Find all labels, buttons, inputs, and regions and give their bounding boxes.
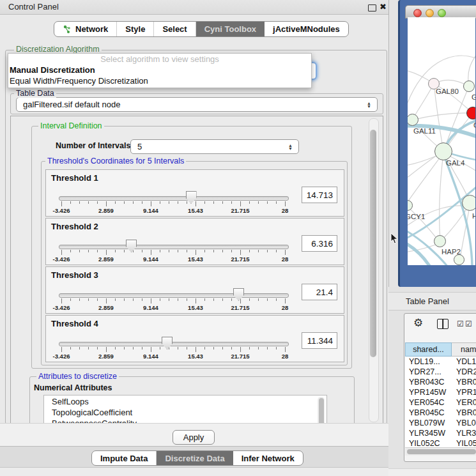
attributes-list-scrollbar[interactable] bbox=[318, 397, 325, 424]
threshold-4-value-field[interactable]: 11.344 bbox=[302, 332, 337, 349]
settings-scroll-pane: Interval Definition Number of Intervals … bbox=[10, 116, 383, 424]
tab-impute-data[interactable]: Impute Data bbox=[92, 451, 157, 465]
table-panel-title: Table Panel bbox=[406, 293, 449, 310]
network-canvas[interactable]: GAL80 GA C GAL11 GAL4 GCY1 H HAP2 bbox=[408, 17, 475, 265]
tab-jactivemnodules[interactable]: jActiveMNodules bbox=[265, 22, 348, 36]
tick-label: 2.859 bbox=[98, 207, 114, 214]
control-panel-titlebar: Control Panel ✖ bbox=[0, 0, 388, 15]
tab-infer-network-label: Infer Network bbox=[242, 454, 295, 463]
mode-tab-bar: Impute Data Discretize Data Infer Networ… bbox=[91, 450, 303, 466]
gear-icon[interactable]: ⚙ bbox=[413, 316, 423, 330]
tick-label: 21.715 bbox=[231, 207, 249, 214]
tick-label: 2.859 bbox=[98, 256, 114, 263]
table-row[interactable]: YIL052CYIL052C bbox=[405, 438, 476, 447]
threshold-4-label: Threshold 4 bbox=[51, 319, 98, 328]
checkbox-icon[interactable]: ☑ bbox=[457, 319, 464, 328]
table-header-row: shared... name bbox=[404, 342, 476, 357]
table-panel: ⚙ ☑ ☑ shared... name YDL19...YDL19 YDR27… bbox=[404, 313, 476, 462]
close-button[interactable] bbox=[413, 9, 422, 17]
dropdown-option-manual-discretization[interactable]: Manual Discretization bbox=[10, 65, 95, 75]
node-hap2[interactable] bbox=[434, 235, 446, 247]
interval-definition-title: Interval Definition bbox=[38, 121, 104, 130]
mode-tab-band: Impute Data Discretize Data Infer Networ… bbox=[0, 446, 388, 468]
threshold-3-slider-track[interactable] bbox=[59, 293, 289, 298]
threshold-1-value-field[interactable]: 14.713 bbox=[302, 187, 337, 203]
column-header-shared[interactable]: shared... bbox=[405, 342, 452, 357]
node-label-gal11: GAL11 bbox=[413, 127, 436, 135]
tab-select-label: Select bbox=[162, 24, 187, 34]
attributes-group-title: Attributes to discretize bbox=[36, 372, 119, 381]
attributes-list: SelfLoops TopologicalCoefficient Between… bbox=[43, 395, 327, 424]
table-panel-bottom-strip bbox=[388, 468, 476, 476]
tick-label: 28 bbox=[282, 207, 289, 214]
tab-style-label: Style bbox=[125, 24, 145, 34]
node-h[interactable] bbox=[462, 195, 475, 211]
threshold-3-value-field[interactable]: 21.4 bbox=[302, 284, 337, 300]
tab-network[interactable]: Network bbox=[54, 22, 117, 36]
thresholds-group-title: Threshold's Coordinates for 5 Intervals bbox=[45, 157, 186, 165]
tick-label: 9.144 bbox=[143, 353, 158, 360]
horizontal-scrollbar[interactable] bbox=[405, 447, 476, 456]
threshold-2-slider-track[interactable] bbox=[59, 245, 289, 249]
tab-discretize-data[interactable]: Discretize Data bbox=[157, 451, 233, 465]
table-row[interactable]: YDR27...YDR27 bbox=[405, 367, 476, 377]
screen: Control Panel ✖ Network Style Select Cyn… bbox=[0, 0, 476, 476]
network-window-titlebar bbox=[405, 5, 476, 19]
table-row[interactable]: YBL079WYBL079W bbox=[405, 418, 476, 428]
float-window-icon[interactable] bbox=[368, 4, 376, 12]
column-header-name[interactable]: name bbox=[452, 342, 476, 357]
threshold-1-slider-track[interactable] bbox=[59, 196, 289, 201]
tab-cyni-toolbox[interactable]: Cyni Toolbox bbox=[196, 22, 265, 36]
list-item-selfloops[interactable]: SelfLoops bbox=[52, 396, 89, 407]
table-row[interactable]: YPR145WYPR145W bbox=[405, 387, 476, 397]
tick-label: 28 bbox=[282, 256, 289, 263]
threshold-4-panel: Threshold 4 -3.426 2.859 9.144 15.43 21.… bbox=[45, 315, 344, 362]
tick-label: 2.859 bbox=[98, 353, 114, 360]
settings-scrollbar[interactable] bbox=[369, 118, 379, 422]
number-of-intervals-combobox[interactable]: 5 ▲▼ bbox=[130, 139, 299, 154]
tab-style[interactable]: Style bbox=[117, 22, 154, 36]
top-tab-bar: Network Style Select Cyni Toolbox jActiv… bbox=[54, 21, 349, 37]
tab-infer-network[interactable]: Infer Network bbox=[233, 451, 303, 465]
dropdown-option-equal-width[interactable]: Equal Width/Frequency Discretization bbox=[10, 76, 148, 86]
list-item-topologicalcoefficient[interactable]: TopologicalCoefficient bbox=[52, 407, 132, 418]
table-row[interactable]: YDL19...YDL19 bbox=[405, 357, 476, 367]
node-label-gal4: GAL4 bbox=[446, 159, 464, 167]
threshold-2-value-field[interactable]: 6.316 bbox=[302, 235, 337, 252]
threshold-4-slider-track[interactable] bbox=[59, 342, 289, 346]
tick-label: 21.715 bbox=[231, 353, 249, 360]
tick-label: 28 bbox=[282, 353, 289, 360]
table-data-combobox[interactable]: galFiltered.sif default node ▲▼ bbox=[16, 97, 378, 112]
table-row[interactable]: YBR043CYBR043C bbox=[405, 377, 476, 387]
tick-label: 15.43 bbox=[188, 256, 203, 263]
table-row[interactable]: YER054CYER054C bbox=[405, 397, 476, 408]
threshold-1-panel: Threshold 1 -3.426 2.859 9.144 15.43 21.… bbox=[45, 169, 344, 217]
tick-label: -3.426 bbox=[53, 207, 70, 214]
zoom-button[interactable] bbox=[438, 9, 446, 17]
node-label-hap2: HAP2 bbox=[441, 248, 461, 256]
bottom-strip bbox=[0, 467, 388, 476]
discretization-algorithm-title: Discretization Algorithm bbox=[14, 45, 102, 54]
node-gal4[interactable] bbox=[434, 142, 452, 160]
table-data-label: Table Data bbox=[14, 89, 56, 98]
node-selected-red[interactable] bbox=[466, 107, 475, 119]
table-row[interactable]: YBR045CYBR045C bbox=[405, 408, 476, 418]
apply-button[interactable]: Apply bbox=[173, 430, 215, 445]
tab-select[interactable]: Select bbox=[154, 22, 196, 36]
table-row[interactable]: YLR345WYLR345W bbox=[405, 428, 476, 438]
node-bottom[interactable] bbox=[454, 254, 464, 265]
settings-scrollbar-thumb[interactable] bbox=[370, 130, 376, 357]
number-of-intervals-label: Number of Intervals bbox=[56, 141, 130, 150]
tick-label: -3.426 bbox=[53, 353, 70, 360]
split-view-icon[interactable] bbox=[437, 319, 449, 329]
table-panel-titlebar: Table Panel bbox=[388, 292, 476, 311]
horizontal-scrollbar-thumb[interactable] bbox=[407, 449, 476, 454]
attributes-group: Attributes to discretize Numerical Attri… bbox=[29, 376, 355, 424]
close-icon[interactable]: ✖ bbox=[380, 1, 387, 13]
slider-ticks bbox=[61, 250, 286, 256]
thresholds-group: Threshold's Coordinates for 5 Intervals … bbox=[41, 161, 348, 365]
minimize-button[interactable] bbox=[426, 9, 434, 17]
tab-jactivemnodules-label: jActiveMNodules bbox=[273, 24, 340, 34]
node-top-right[interactable] bbox=[463, 81, 475, 92]
checkbox-icon[interactable]: ☑ bbox=[465, 319, 472, 328]
